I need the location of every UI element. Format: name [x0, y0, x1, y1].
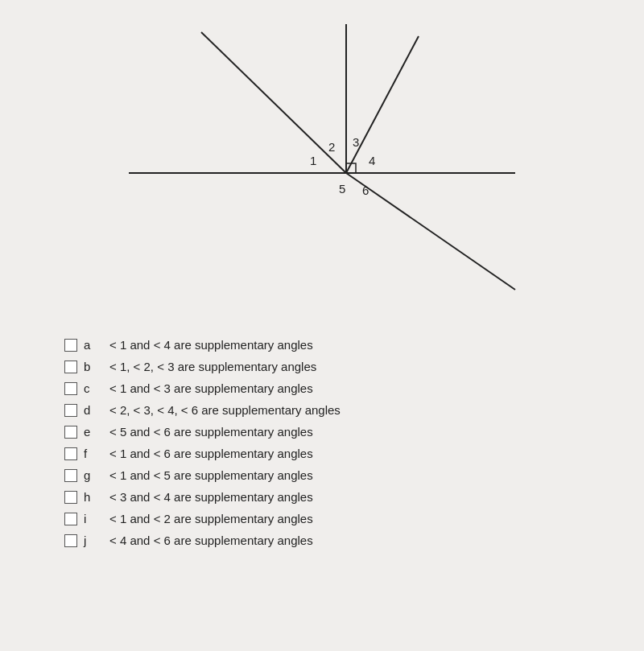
option-text-j: < 4 and < 6 are supplementary angles	[109, 534, 313, 547]
option-text-i: < 1 and < 2 are supplementary angles	[109, 512, 313, 525]
option-row-j: j< 4 and < 6 are supplementary angles	[64, 534, 564, 547]
checkbox-i[interactable]	[64, 513, 77, 525]
diagram-svg: 1 2 3 4 5 6	[113, 16, 531, 314]
svg-text:5: 5	[339, 182, 345, 196]
options-area: a< 1 and < 4 are supplementary anglesb< …	[64, 338, 564, 555]
option-row-d: d< 2, < 3, < 4, < 6 are supplementary an…	[64, 403, 564, 417]
option-row-e: e< 5 and < 6 are supplementary angles	[64, 425, 564, 439]
option-letter-g: g	[84, 468, 100, 482]
option-letter-d: d	[84, 403, 100, 417]
option-letter-e: e	[84, 425, 100, 439]
checkbox-f[interactable]	[64, 447, 77, 460]
option-letter-c: c	[84, 381, 100, 395]
svg-line-3	[346, 36, 419, 173]
checkbox-j[interactable]	[64, 534, 77, 547]
option-row-f: f< 1 and < 6 are supplementary angles	[64, 447, 564, 460]
option-row-b: b< 1, < 2, < 3 are supplementary angles	[64, 360, 564, 373]
option-text-b: < 1, < 2, < 3 are supplementary angles	[109, 360, 316, 373]
option-text-h: < 3 and < 4 are supplementary angles	[109, 490, 313, 504]
option-letter-a: a	[84, 338, 100, 352]
checkbox-e[interactable]	[64, 426, 77, 439]
checkbox-d[interactable]	[64, 404, 77, 417]
option-row-a: a< 1 and < 4 are supplementary angles	[64, 338, 564, 352]
svg-text:1: 1	[310, 154, 316, 167]
option-text-a: < 1 and < 4 are supplementary angles	[109, 338, 313, 352]
page: 1 2 3 4 5 6 a< 1 and < 4 are supplementa…	[0, 0, 644, 651]
option-text-g: < 1 and < 5 are supplementary angles	[109, 468, 313, 482]
option-row-i: i< 1 and < 2 are supplementary angles	[64, 512, 564, 525]
checkbox-g[interactable]	[64, 469, 77, 482]
svg-text:3: 3	[353, 135, 359, 149]
svg-line-2	[201, 32, 346, 173]
option-text-d: < 2, < 3, < 4, < 6 are supplementary ang…	[109, 403, 341, 417]
checkbox-a[interactable]	[64, 339, 77, 352]
option-row-c: c< 1 and < 3 are supplementary angles	[64, 381, 564, 395]
svg-text:6: 6	[362, 183, 369, 197]
option-row-g: g< 1 and < 5 are supplementary angles	[64, 468, 564, 482]
option-text-f: < 1 and < 6 are supplementary angles	[109, 447, 313, 460]
diagram-area: 1 2 3 4 5 6	[113, 16, 531, 314]
option-letter-j: j	[84, 534, 100, 547]
checkbox-h[interactable]	[64, 491, 77, 504]
checkbox-b[interactable]	[64, 361, 77, 373]
option-letter-i: i	[84, 512, 100, 525]
option-text-c: < 1 and < 3 are supplementary angles	[109, 381, 313, 395]
option-letter-h: h	[84, 490, 100, 504]
svg-line-4	[346, 173, 515, 290]
option-letter-b: b	[84, 360, 100, 373]
option-text-e: < 5 and < 6 are supplementary angles	[109, 425, 313, 439]
svg-text:2: 2	[328, 140, 335, 154]
svg-text:4: 4	[369, 154, 375, 167]
checkbox-c[interactable]	[64, 382, 77, 395]
option-letter-f: f	[84, 447, 100, 460]
option-row-h: h< 3 and < 4 are supplementary angles	[64, 490, 564, 504]
